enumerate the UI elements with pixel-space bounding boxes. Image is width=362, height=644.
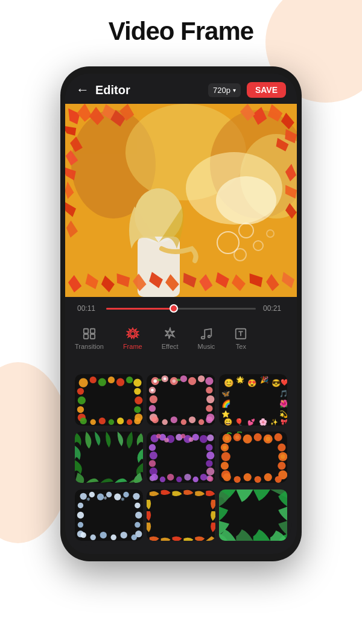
svg-point-122	[193, 477, 198, 482]
svg-point-170	[80, 532, 86, 537]
svg-point-65	[152, 416, 159, 423]
svg-point-107	[149, 444, 156, 451]
svg-text:🌸: 🌸	[259, 418, 268, 426]
transition-label: Transition	[75, 343, 104, 350]
frame-item[interactable]	[147, 374, 215, 426]
toolbar-effect[interactable]: Effect	[152, 325, 188, 352]
svg-text:✨: ✨	[270, 418, 278, 426]
svg-point-23	[79, 378, 88, 387]
svg-point-119	[167, 474, 174, 480]
svg-rect-16	[84, 334, 88, 339]
svg-point-36	[134, 406, 141, 413]
svg-point-29	[133, 379, 141, 387]
svg-point-54	[198, 375, 205, 382]
svg-point-39	[91, 419, 96, 425]
frame-item[interactable]	[219, 432, 287, 483]
svg-point-34	[134, 388, 141, 395]
svg-point-41	[109, 419, 114, 425]
svg-point-146	[233, 476, 240, 483]
svg-point-38	[80, 418, 87, 424]
frame-preview-2	[147, 374, 215, 426]
svg-point-171	[91, 534, 96, 540]
svg-point-167	[135, 511, 142, 518]
svg-point-6	[216, 176, 276, 225]
toolbar-text[interactable]: Tex	[224, 325, 257, 352]
svg-point-42	[117, 418, 124, 424]
svg-text:🎈: 🎈	[235, 418, 244, 426]
svg-rect-176	[147, 489, 215, 541]
svg-point-27	[116, 378, 124, 386]
video-preview	[65, 104, 297, 297]
svg-text:🎵: 🎵	[279, 389, 287, 398]
svg-point-35	[135, 397, 142, 404]
quality-arrow: ▾	[233, 87, 236, 94]
frame-item[interactable]	[75, 374, 143, 426]
svg-point-67	[171, 416, 177, 423]
frame-item[interactable]: ❄ ❄ ❄	[75, 489, 143, 541]
frame-item[interactable]	[219, 489, 287, 541]
music-icon	[200, 327, 213, 340]
frame-preview-8	[147, 489, 215, 541]
effect-label: Effect	[162, 343, 179, 350]
phone-device: ← Editor 720p ▾ SAVE	[60, 66, 302, 561]
svg-point-150	[275, 476, 281, 483]
frame-item[interactable]	[147, 489, 215, 541]
video-scene	[65, 104, 297, 297]
svg-point-26	[108, 377, 115, 383]
text-icon	[234, 327, 247, 340]
timeline-track[interactable]	[106, 308, 256, 310]
svg-point-40	[99, 418, 106, 424]
svg-point-140	[278, 444, 285, 451]
svg-point-53	[188, 377, 196, 385]
svg-point-68	[181, 419, 186, 425]
svg-point-145	[223, 473, 230, 481]
timeline-thumb[interactable]	[170, 304, 178, 313]
svg-point-32	[77, 406, 84, 413]
svg-point-127	[224, 436, 229, 441]
svg-text:😄: 😄	[223, 418, 232, 426]
save-button[interactable]: SAVE	[247, 82, 286, 98]
svg-point-123	[200, 474, 207, 480]
back-button[interactable]: ←	[76, 82, 89, 98]
svg-point-136	[223, 445, 227, 450]
svg-point-73	[176, 379, 181, 381]
svg-point-47	[154, 379, 157, 383]
frame-preview-3: 😊 🌟 😍 🎉 😎 ❤️ 🦋 🌈 ⭐ 🎵 🌺 💫	[219, 374, 287, 426]
frame-item[interactable]	[75, 432, 143, 483]
svg-text:🦋: 🦋	[221, 389, 230, 398]
svg-rect-17	[91, 334, 95, 339]
svg-point-59	[149, 405, 156, 412]
toolbar-music[interactable]: Music	[188, 325, 225, 352]
svg-point-55	[206, 377, 214, 385]
svg-point-51	[173, 379, 176, 383]
svg-point-112	[206, 444, 213, 451]
toolbar: Transition Frame Effect	[65, 320, 297, 359]
svg-point-108	[150, 451, 157, 459]
svg-point-66	[162, 419, 168, 425]
svg-point-101	[200, 435, 208, 443]
toolbar-transition[interactable]: Transition	[65, 325, 113, 352]
frame-item[interactable]: 😊 🌟 😍 🎉 😎 ❤️ 🦋 🌈 ⭐ 🎵 🌺 💫	[219, 374, 287, 426]
svg-point-134	[274, 433, 282, 441]
svg-point-143	[278, 462, 285, 470]
svg-point-52	[180, 375, 187, 382]
svg-point-142	[281, 454, 285, 459]
quality-selector[interactable]: 720p ▾	[208, 83, 241, 97]
frame-preview-9	[219, 489, 287, 541]
quality-label: 720p	[213, 86, 230, 95]
svg-point-115	[206, 468, 214, 476]
svg-point-25	[98, 378, 106, 386]
svg-text:❄: ❄	[121, 497, 125, 502]
timeline: 00:11 00:21	[65, 297, 297, 320]
frame-item[interactable]	[147, 432, 215, 483]
svg-point-114	[206, 461, 213, 467]
time-start: 00:11	[77, 304, 99, 313]
svg-point-106	[189, 438, 194, 442]
svg-point-103	[156, 434, 161, 439]
svg-point-57	[151, 389, 154, 392]
svg-point-129	[235, 435, 240, 439]
svg-text:❄: ❄	[103, 496, 107, 501]
svg-point-158	[133, 493, 139, 499]
svg-point-124	[208, 476, 213, 482]
toolbar-frame[interactable]: Frame	[113, 325, 152, 352]
